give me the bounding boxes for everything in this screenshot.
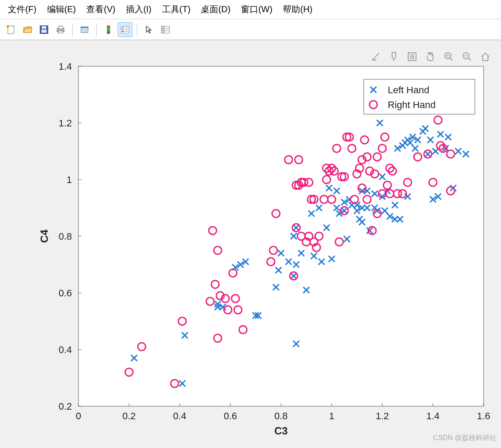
menu-help[interactable]: 帮助(H): [278, 2, 317, 17]
svg-rect-9: [81, 27, 88, 33]
menu-bar: 文件(F) 编辑(E) 查看(V) 插入(I) 工具(T) 桌面(D) 窗口(W…: [0, 0, 501, 19]
x-tick-label: 1.2: [376, 411, 389, 421]
new-file-icon[interactable]: [3, 22, 18, 37]
svg-rect-10: [81, 27, 88, 28]
save-icon[interactable]: [37, 22, 51, 37]
y-tick-label: 1: [67, 174, 72, 185]
x-tick-label: 0.4: [173, 411, 186, 421]
svg-rect-7: [58, 26, 63, 29]
menu-insert[interactable]: 插入(I): [122, 2, 156, 17]
menu-file[interactable]: 文件(F): [3, 2, 41, 17]
y-tick-label: 1.4: [58, 61, 72, 72]
svg-rect-5: [42, 26, 46, 29]
print-preview-icon[interactable]: [77, 22, 92, 37]
scatter-plot[interactable]: 00.20.40.60.811.21.41.60.20.40.60.811.21…: [0, 40, 501, 445]
menu-window[interactable]: 窗口(W): [237, 2, 277, 17]
y-tick-label: 0.8: [58, 231, 72, 242]
legend-icon[interactable]: [118, 22, 132, 37]
toolbar: [0, 19, 501, 40]
y-tick-label: 1.2: [58, 118, 72, 129]
toolbar-separator: [137, 23, 137, 36]
svg-rect-4: [41, 30, 47, 33]
svg-rect-13: [122, 27, 124, 28]
menu-edit[interactable]: 编辑(E): [43, 2, 81, 17]
svg-rect-11: [107, 26, 110, 34]
print-icon[interactable]: [53, 22, 68, 37]
y-axis-label: C4: [38, 229, 50, 243]
menu-tools[interactable]: 工具(T): [158, 2, 195, 17]
menu-desktop[interactable]: 桌面(D): [196, 2, 235, 17]
x-tick-label: 0.6: [223, 411, 237, 421]
svg-rect-14: [122, 29, 124, 30]
cursor-icon[interactable]: [142, 22, 156, 37]
watermark: CSDN @荔枝科研社: [433, 434, 497, 443]
menu-view[interactable]: 查看(V): [82, 2, 120, 17]
x-tick-label: 0.8: [274, 411, 288, 421]
legend-entry: Right Hand: [388, 99, 436, 110]
toolbar-separator: [96, 23, 97, 36]
svg-rect-15: [122, 31, 124, 32]
data-tips-icon[interactable]: [158, 22, 173, 37]
svg-point-2: [7, 25, 9, 28]
x-axis-label: C3: [274, 425, 288, 437]
y-tick-label: 0.6: [58, 288, 72, 299]
svg-rect-34: [78, 66, 484, 406]
x-tick-label: 0: [76, 411, 81, 421]
legend-entry: Left Hand: [388, 85, 429, 95]
x-tick-label: 1.4: [426, 411, 440, 421]
toolbar-separator: [72, 23, 73, 36]
x-tick-label: 1.6: [477, 411, 491, 421]
x-tick-label: 0.2: [122, 411, 136, 421]
y-tick-label: 0.4: [58, 344, 72, 355]
svg-rect-20: [162, 26, 164, 33]
open-folder-icon[interactable]: [20, 22, 35, 37]
y-tick-label: 0.2: [58, 401, 72, 412]
colorbar-icon[interactable]: [101, 22, 116, 37]
x-tick-label: 1: [329, 411, 334, 421]
svg-rect-8: [58, 31, 63, 33]
figure-area: 00.20.40.60.811.21.41.60.20.40.60.811.21…: [0, 40, 501, 445]
